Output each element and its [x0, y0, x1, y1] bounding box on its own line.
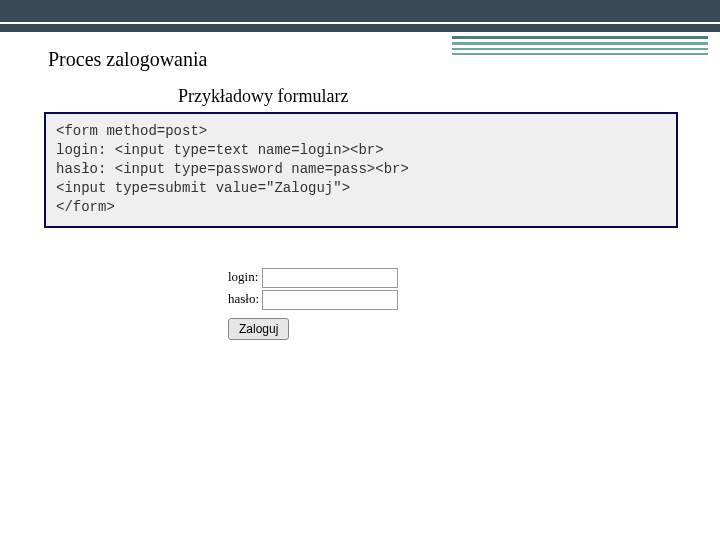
accent-line	[452, 36, 708, 39]
accent-line	[452, 53, 708, 55]
header-decor	[0, 0, 720, 32]
header-band-top	[0, 0, 720, 22]
login-form: login: hasło: Zaloguj	[228, 268, 398, 340]
form-row-password: hasło:	[228, 290, 398, 310]
header-band-bottom	[0, 24, 720, 32]
accent-line	[452, 42, 708, 45]
slide-subtitle: Przykładowy formularz	[178, 86, 348, 107]
login-label: login:	[228, 269, 258, 285]
password-label: hasło:	[228, 291, 259, 307]
code-sample: <form method=post> login: <input type=te…	[44, 112, 678, 228]
accent-lines	[452, 36, 708, 58]
login-input[interactable]	[262, 268, 398, 288]
slide: Proces zalogowania Przykładowy formularz…	[0, 0, 720, 540]
form-row-login: login:	[228, 268, 398, 288]
submit-button[interactable]: Zaloguj	[228, 318, 289, 340]
accent-line	[452, 48, 708, 50]
slide-title: Proces zalogowania	[48, 48, 207, 71]
password-input[interactable]	[262, 290, 398, 310]
